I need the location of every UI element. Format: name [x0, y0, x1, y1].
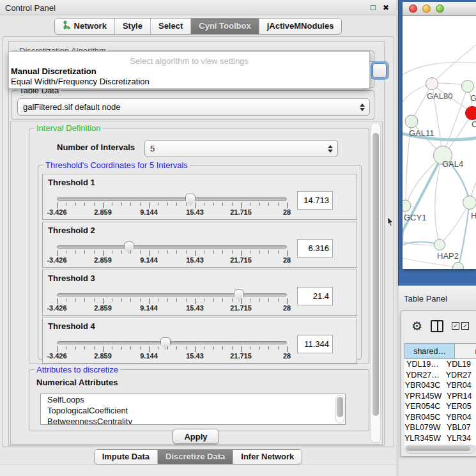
tab-infer-network[interactable]: Infer Network [233, 450, 302, 464]
threshold-2-value-field[interactable]: 6.316 [297, 239, 333, 257]
cell[interactable]: YBL079W [404, 422, 441, 433]
table-panel-window: ⚙ ✓ ✓ shared… na YDL19…YDL19 YDR27…YDR27… [401, 311, 476, 457]
checkbox-checked-icon[interactable]: ✓ [461, 322, 469, 330]
list-item[interactable]: BetweennessCentrality [41, 416, 345, 425]
network-window-titlebar[interactable] [403, 2, 476, 16]
list-item[interactable]: SelfLoops [41, 394, 345, 405]
threshold-4-slider[interactable] [57, 341, 287, 345]
cell[interactable]: YDL19 [441, 359, 476, 370]
tab-cyni-toolbox[interactable]: Cyni Toolbox [191, 19, 259, 34]
tab-network[interactable]: Network [55, 19, 115, 34]
table-row[interactable]: YBR045CYBR04 [404, 412, 476, 423]
cell[interactable]: YER054C [404, 401, 441, 412]
float-window-icon[interactable]: □ [371, 4, 376, 12]
popup-option-manual-discretization[interactable]: Manual Discretization [11, 66, 96, 76]
threshold-3-label: Threshold 3 [48, 273, 95, 283]
cell[interactable]: YDL19… [404, 359, 441, 370]
cell[interactable]: YBR04 [441, 380, 476, 391]
tab-style[interactable]: Style [115, 19, 151, 34]
node-gcy1[interactable] [403, 200, 411, 211]
threshold-1-slider[interactable] [57, 197, 287, 201]
node-gal11[interactable] [405, 115, 418, 128]
settings-scrollbar[interactable] [371, 123, 381, 443]
panel-title: Control Panel [5, 3, 56, 13]
table-horizontal-scrollbar-thumb[interactable] [406, 446, 470, 451]
popup-option-equal-width-frequency[interactable]: Equal Width/Frequency Discretization [11, 77, 150, 86]
slider-scale: -3.426 2.859 9.144 15.43 21.715 28 [57, 352, 288, 360]
scale-tick-label: 21.715 [230, 304, 252, 312]
threshold-3-slider[interactable] [57, 293, 287, 297]
table-data-combo[interactable]: galFiltered.sif default node [17, 98, 370, 116]
cell[interactable]: YPR145W [404, 391, 441, 402]
threshold-4-value-field[interactable]: 11.344 [297, 335, 333, 353]
gear-icon[interactable]: ⚙ [411, 320, 422, 332]
cell[interactable]: YDR27… [404, 370, 441, 381]
table-data-combo-value: galFiltered.sif default node [23, 102, 120, 112]
node-gal80[interactable] [426, 78, 438, 90]
algorithm-placeholder-option[interactable]: Select algorithm to view settings [9, 56, 369, 66]
table-horizontal-scrollbar[interactable] [405, 445, 475, 454]
slider-track[interactable] [57, 341, 287, 344]
minimize-traffic-light[interactable] [422, 4, 431, 13]
table-body[interactable]: YDL19…YDL19 YDR27…YDR27 YBR043CYBR04 YPR… [404, 359, 476, 445]
table-header-row: shared… na [404, 343, 476, 359]
node-partial-top[interactable] [462, 81, 474, 93]
node-hap2[interactable] [434, 240, 445, 250]
top-tab-bar: Network Style Select Cyni Toolbox jActiv… [0, 18, 396, 35]
thresholds-group: Threshold's Coordinates for 5 Intervals … [38, 165, 362, 360]
columns-icon[interactable] [431, 320, 443, 332]
close-traffic-light[interactable] [409, 4, 417, 13]
node-partial-bottom[interactable] [453, 263, 464, 270]
settings-scrollbar-thumb[interactable] [372, 133, 379, 416]
tab-select[interactable]: Select [151, 19, 191, 34]
cell[interactable]: YER05 [441, 401, 476, 412]
scale-tick-label: 21.715 [230, 352, 252, 360]
tab-impute-data[interactable]: Impute Data [95, 450, 158, 464]
slider-ticks [57, 346, 288, 352]
column-header-name[interactable]: na [455, 343, 476, 359]
cell[interactable]: YBR043C [404, 380, 441, 391]
algorithm-combo-arrow-button[interactable] [372, 63, 387, 78]
node-partial-h[interactable] [463, 196, 476, 210]
scale-tick-label: 21.715 [230, 208, 252, 216]
cell[interactable]: YBL07 [441, 422, 476, 433]
threshold-1-value-field[interactable]: 14.713 [297, 191, 333, 210]
network-canvas[interactable]: GAL80 GA C GAL11 GAL4 GCY1 HA HAP2 [403, 16, 476, 269]
cell[interactable]: YLR345W [404, 433, 441, 444]
cell[interactable]: YLR34 [441, 433, 476, 444]
cell[interactable]: YBR04 [441, 412, 476, 423]
numerical-attributes-list[interactable]: SelfLoops TopologicalCoefficient Between… [40, 394, 346, 425]
slider-ticks [57, 250, 288, 256]
zoom-traffic-light[interactable] [436, 4, 444, 13]
tab-jactivemnodules[interactable]: jActiveMNodules [259, 19, 342, 34]
checkbox-checked-icon[interactable]: ✓ [452, 322, 459, 330]
node-label-partial-top: GA [470, 93, 476, 103]
apply-button[interactable]: Apply [173, 429, 219, 444]
table-row[interactable]: YPR145WYPR14 [404, 391, 476, 402]
slider-track[interactable] [57, 293, 287, 296]
column-header-shared-name[interactable]: shared… [404, 343, 455, 359]
cell[interactable]: YDR27 [441, 370, 476, 381]
list-scrollbar[interactable] [335, 395, 344, 424]
cell[interactable]: YBR045C [404, 412, 441, 423]
tab-discretize-data[interactable]: Discretize Data [158, 450, 233, 464]
table-row[interactable]: YDL19…YDL19 [404, 359, 476, 370]
table-row[interactable]: YBR043CYBR04 [404, 380, 476, 391]
network-window: GAL80 GA C GAL11 GAL4 GCY1 HA HAP2 [403, 2, 476, 269]
list-scrollbar-thumb[interactable] [337, 397, 343, 417]
node-red-selected[interactable] [466, 107, 476, 120]
select-columns-icons[interactable]: ✓ ✓ [452, 322, 469, 330]
table-row[interactable]: YBL079WYBL07 [404, 422, 476, 433]
threshold-2-slider[interactable] [57, 245, 287, 249]
table-row[interactable]: YER054CYER05 [404, 401, 476, 412]
threshold-3-value-field[interactable]: 21.4 [297, 287, 333, 305]
cell[interactable]: YPR14 [441, 391, 476, 402]
scale-tick-label: 15.43 [186, 208, 204, 216]
table-row[interactable]: YLR345WYLR34 [404, 433, 476, 444]
slider-track[interactable] [57, 197, 287, 201]
slider-track[interactable] [57, 245, 287, 249]
list-item[interactable]: TopologicalCoefficient [41, 405, 345, 416]
close-icon[interactable]: ✖ [383, 4, 389, 12]
table-row[interactable]: YDR27…YDR27 [404, 370, 476, 381]
num-intervals-spinner[interactable]: 5 [144, 140, 338, 157]
